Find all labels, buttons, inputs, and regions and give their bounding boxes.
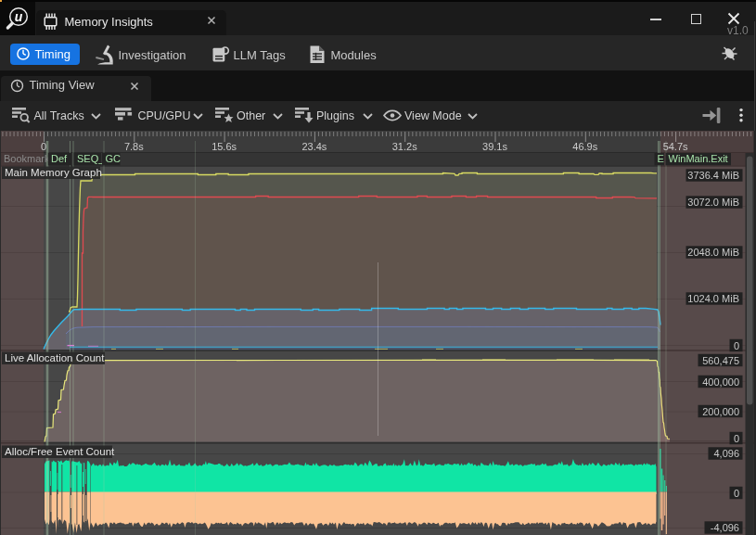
svg-text:3736.4 MiB: 3736.4 MiB <box>687 170 739 181</box>
svg-text:200,000: 200,000 <box>702 406 739 417</box>
svg-text:0: 0 <box>41 141 46 152</box>
svg-text:u: u <box>15 9 23 24</box>
svg-text:23.4s: 23.4s <box>301 141 327 152</box>
svg-text:15.6s: 15.6s <box>211 141 237 152</box>
svg-text:-4,096: -4,096 <box>711 522 739 533</box>
svg-text:Live Allocation Count: Live Allocation Count <box>5 352 105 363</box>
svg-text:0: 0 <box>734 340 739 351</box>
svg-text:1024.0 MiB: 1024.0 MiB <box>687 293 739 304</box>
svg-text:400,000: 400,000 <box>702 376 739 388</box>
svg-text:3072.0 MiB: 3072.0 MiB <box>687 197 739 208</box>
svg-text:GC: GC <box>106 153 122 164</box>
svg-text:39.1s: 39.1s <box>482 141 507 152</box>
svg-text:4,096: 4,096 <box>713 448 739 459</box>
svg-text:0: 0 <box>734 433 739 444</box>
svg-text:54.7s: 54.7s <box>663 141 688 152</box>
svg-text:2048.0 MiB: 2048.0 MiB <box>687 247 739 258</box>
svg-text:46.9s: 46.9s <box>572 141 597 152</box>
svg-text:Alloc/Free Event Count: Alloc/Free Event Count <box>5 446 115 457</box>
svg-text:SEQ_: SEQ_ <box>77 153 105 164</box>
svg-text:Def: Def <box>51 153 68 164</box>
svg-text:WinMain.Exit: WinMain.Exit <box>669 153 728 164</box>
svg-text:560,475: 560,475 <box>702 355 739 366</box>
svg-text:0: 0 <box>734 488 739 499</box>
svg-text:Bookmarks: Bookmarks <box>4 153 56 164</box>
svg-text:Main Memory Graph: Main Memory Graph <box>5 167 102 178</box>
svg-text:7.8s: 7.8s <box>124 141 144 152</box>
svg-text:31.2s: 31.2s <box>392 141 417 152</box>
svg-text:E: E <box>658 153 664 164</box>
